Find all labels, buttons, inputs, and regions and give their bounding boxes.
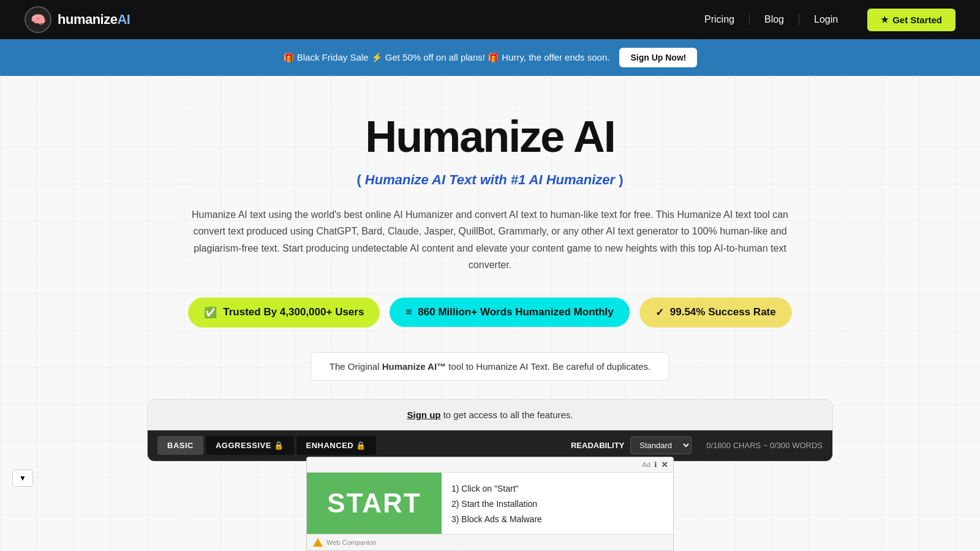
original-note: The Original Humanize AI™ tool to Humani… (311, 352, 669, 381)
readability-label: READABILITY (571, 441, 624, 450)
ad-steps-panel: 1) Click on "Start" 2) Start the Install… (442, 473, 673, 474)
badges-row: ✅ Trusted By 4,300,000+ Users ≡ 860 Mill… (147, 298, 833, 328)
ad-body: START 1) Click on "Start" 2) Start the I… (307, 473, 673, 474)
collapse-button[interactable]: ▼ (12, 470, 33, 474)
check-icon: ✅ (204, 306, 217, 319)
readability-select[interactable]: Standard Simple Advanced (630, 437, 692, 454)
readability-section: READABILITY Standard Simple Advanced (571, 437, 692, 454)
main-content: Humanize AI ( Humanize AI Text with #1 A… (123, 76, 858, 474)
hero-description: Humanize AI text using the world's best … (184, 206, 796, 273)
nav-link-pricing[interactable]: Pricing (690, 14, 750, 25)
tool-area: Sign up to get access to all the feature… (147, 399, 833, 462)
star-icon: ★ (881, 15, 889, 24)
badge-success: ✓ 99.54% Success Rate (639, 298, 792, 328)
get-started-button[interactable]: ★ Get Started (867, 9, 956, 31)
nav-link-login[interactable]: Login (799, 14, 853, 25)
list-icon: ≡ (405, 306, 412, 318)
char-count: 0/1800 CHARS ~ 0/300 WORDS (706, 441, 823, 450)
promo-banner: 🎁 Black Friday Sale ⚡ Get 50% off on all… (0, 39, 980, 76)
ad-label: Ad (643, 461, 650, 468)
hero-title: Humanize AI (147, 113, 833, 161)
signup-bar-text: to get access to all the features. (443, 410, 573, 420)
banner-text: 🎁 Black Friday Sale ⚡ Get 50% off on all… (283, 52, 610, 63)
nav-link-blog[interactable]: Blog (750, 14, 799, 25)
signup-bar: Sign up to get access to all the feature… (148, 400, 832, 430)
logo[interactable]: 🧠 humanizeAI (24, 6, 130, 33)
ad-info-icon: ℹ (654, 460, 657, 469)
ad-overlay: Ad ℹ ✕ START 1) Click on "Start" 2) Star… (306, 457, 674, 474)
logo-icon: 🧠 (24, 6, 51, 33)
signup-link[interactable]: Sign up (407, 410, 441, 420)
check-mark-icon: ✓ (655, 306, 664, 319)
nav-links: Pricing Blog Login ★ Get Started (690, 9, 956, 31)
logo-text: humanizeAI (58, 12, 130, 28)
ad-header: Ad ℹ ✕ (307, 457, 673, 473)
mode-enhanced-button[interactable]: ENHANCED 🔒 (296, 436, 376, 455)
badge-words: ≡ 860 Million+ Words Humanized Monthly (390, 298, 629, 327)
sign-up-now-button[interactable]: Sign Up Now! (619, 48, 697, 67)
navigation: 🧠 humanizeAI Pricing Blog Login ★ Get St… (0, 0, 980, 39)
hero-subtitle: ( Humanize AI Text with #1 AI Humanizer … (147, 172, 833, 206)
ad-close-button[interactable]: ✕ (661, 460, 668, 470)
mode-aggressive-button[interactable]: AGGRESSIVE 🔒 (206, 436, 294, 455)
badge-users: ✅ Trusted By 4,300,000+ Users (188, 298, 380, 328)
ad-start-panel[interactable]: START (307, 473, 442, 474)
mode-basic-button[interactable]: BASIC (157, 436, 203, 455)
